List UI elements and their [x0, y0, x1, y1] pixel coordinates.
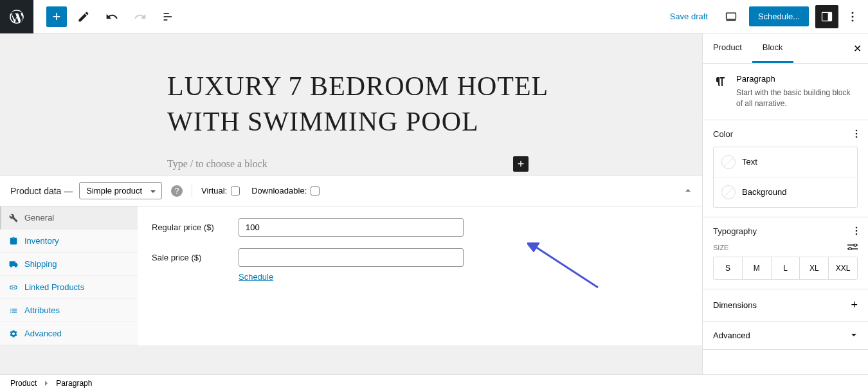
title-section: LUXURY 7 BEDROOM HOTEL WITH SWIMMING POO… — [0, 33, 702, 158]
svg-point-8 — [852, 15, 854, 17]
virtual-checkbox-group: Virtual: — [201, 186, 240, 196]
product-data-header: Product data — Simple product ? Virtual:… — [0, 176, 702, 206]
sidebar-tab-product[interactable]: Product — [703, 33, 752, 63]
tab-advanced[interactable]: Advanced — [0, 322, 138, 345]
more-options-button[interactable] — [845, 5, 860, 28]
block-title: Paragraph — [736, 74, 858, 84]
close-sidebar-button[interactable]: ✕ — [853, 42, 862, 55]
svg-point-16 — [856, 233, 858, 235]
wordpress-logo[interactable] — [0, 0, 33, 33]
tab-shipping[interactable]: Shipping — [0, 253, 138, 276]
background-color-row[interactable]: Background — [714, 177, 857, 207]
chevron-down-icon — [850, 331, 858, 339]
product-data-body: General Inventory Shipping — [0, 206, 702, 345]
product-data-label: Product data — — [10, 186, 73, 196]
color-section: Color Text Background — [703, 120, 868, 217]
undo-button[interactable] — [100, 5, 123, 28]
size-xxl[interactable]: XXL — [829, 257, 857, 279]
save-draft-link[interactable]: Save draft — [665, 6, 713, 26]
wrench-icon — [9, 214, 18, 223]
block-placeholder-row: Type / to choose a block + — [0, 158, 702, 170]
edit-mode-button[interactable] — [72, 5, 95, 28]
size-s[interactable]: S — [714, 257, 743, 279]
schedule-sale-link[interactable]: Schedule — [239, 272, 273, 282]
toolbar-right: Save draft Schedule... — [665, 5, 868, 28]
svg-point-11 — [856, 130, 858, 132]
paragraph-icon — [713, 74, 728, 89]
regular-price-input[interactable] — [239, 218, 464, 237]
breadcrumb: Product Paragraph — [0, 374, 868, 391]
size-buttons: S M L XL XXL — [713, 257, 858, 280]
sale-price-row: Sale price ($) — [152, 248, 688, 267]
background-color-swatch — [721, 185, 736, 199]
main-area: LUXURY 7 BEDROOM HOTEL WITH SWIMMING POO… — [0, 33, 868, 374]
svg-point-13 — [856, 136, 858, 138]
schedule-button[interactable]: Schedule... — [749, 6, 809, 26]
svg-rect-6 — [828, 12, 832, 21]
help-icon[interactable]: ? — [171, 185, 183, 197]
block-info-section: Paragraph Start with the basic building … — [703, 64, 868, 120]
size-settings-icon[interactable] — [847, 244, 858, 250]
add-inline-block-button[interactable]: + — [513, 156, 529, 172]
tab-inventory[interactable]: Inventory — [0, 230, 138, 253]
downloadable-checkbox[interactable] — [311, 186, 320, 196]
truck-icon — [9, 260, 18, 269]
settings-sidebar: Product Block ✕ Paragraph Start with the… — [702, 33, 868, 374]
product-data-panel: Product data — Simple product ? Virtual:… — [0, 175, 702, 345]
sidebar-tabs: Product Block ✕ — [703, 33, 868, 64]
size-label-row: SIZE — [713, 244, 858, 251]
typography-options-icon[interactable] — [855, 226, 858, 235]
collapse-toggle[interactable] — [684, 185, 692, 197]
size-m[interactable]: M — [743, 257, 772, 279]
dimensions-section[interactable]: Dimensions + — [703, 289, 868, 322]
preview-button[interactable] — [719, 5, 743, 28]
svg-rect-3 — [726, 13, 736, 19]
virtual-checkbox[interactable] — [231, 186, 240, 196]
editor-area: LUXURY 7 BEDROOM HOTEL WITH SWIMMING POO… — [0, 33, 702, 374]
svg-point-7 — [852, 12, 854, 14]
regular-price-row: Regular price ($) — [152, 218, 688, 237]
toolbar-left: + — [33, 5, 180, 28]
block-placeholder[interactable]: Type / to choose a block — [167, 158, 267, 170]
typography-section: Typography SIZE S M L XL XXL — [703, 217, 868, 289]
color-panel: Text Background — [713, 147, 858, 208]
redo-button[interactable] — [129, 5, 152, 28]
top-toolbar: + Save draft Schedule... — [0, 0, 868, 33]
chevron-right-icon — [44, 380, 48, 386]
size-xl[interactable]: XL — [800, 257, 829, 279]
sidebar-tab-block[interactable]: Block — [752, 33, 793, 63]
text-color-swatch — [721, 155, 736, 169]
color-options-icon[interactable] — [855, 129, 858, 138]
settings-toggle-button[interactable] — [815, 5, 838, 28]
svg-point-19 — [854, 244, 856, 246]
svg-point-20 — [849, 248, 851, 250]
downloadable-checkbox-group: Downloadable: — [251, 186, 320, 196]
product-data-tabs: General Inventory Shipping — [0, 206, 138, 345]
breadcrumb-product[interactable]: Product — [10, 379, 37, 388]
product-type-select[interactable]: Simple product — [79, 182, 162, 199]
link-icon — [9, 283, 18, 292]
gear-icon — [9, 329, 18, 338]
svg-point-12 — [856, 133, 858, 135]
svg-point-14 — [856, 227, 858, 229]
svg-point-9 — [852, 19, 854, 21]
editor-scroll[interactable]: LUXURY 7 BEDROOM HOTEL WITH SWIMMING POO… — [0, 33, 702, 374]
page-title[interactable]: LUXURY 7 BEDROOM HOTEL WITH SWIMMING POO… — [167, 69, 553, 139]
list-icon — [9, 306, 18, 315]
svg-point-15 — [856, 230, 858, 232]
clipboard-icon — [9, 237, 18, 246]
product-data-content: Regular price ($) Sale price ($) Schedul… — [138, 206, 702, 345]
text-color-row[interactable]: Text — [714, 147, 857, 177]
size-l[interactable]: L — [772, 257, 800, 279]
plus-icon: + — [851, 298, 858, 312]
block-description: Start with the basic building block of a… — [736, 87, 858, 109]
tab-attributes[interactable]: Attributes — [0, 299, 138, 322]
sale-price-input[interactable] — [239, 248, 464, 267]
tab-general[interactable]: General — [0, 206, 138, 230]
advanced-section[interactable]: Advanced — [703, 322, 868, 350]
breadcrumb-paragraph[interactable]: Paragraph — [56, 379, 92, 388]
document-overview-button[interactable] — [157, 5, 180, 28]
add-block-button[interactable]: + — [46, 6, 67, 27]
tab-linked-products[interactable]: Linked Products — [0, 276, 138, 299]
